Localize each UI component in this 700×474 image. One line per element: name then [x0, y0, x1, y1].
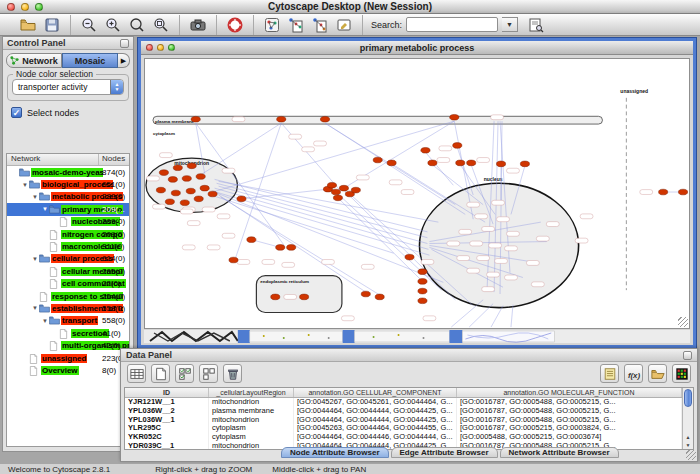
tree-row-unassigned[interactable]: unassigned223(0) — [7, 352, 129, 364]
table-row[interactable]: YPL036W__2plasma membrane[GO:0044464, GO… — [125, 407, 682, 416]
graph-node[interactable] — [271, 294, 280, 300]
graph-node[interactable] — [182, 176, 191, 182]
tab-overflow-arrow[interactable]: ▶ — [118, 53, 130, 68]
deselect-all-icon[interactable] — [199, 364, 218, 383]
graph-node[interactable] — [375, 294, 384, 300]
new-document-icon[interactable] — [151, 364, 170, 383]
graph-node[interactable] — [421, 147, 430, 153]
search-dropdown-arrow[interactable]: ▼ — [502, 17, 518, 32]
column-header-region[interactable]: _cellularLayoutRegion — [209, 388, 294, 397]
graph-node[interactable] — [200, 185, 209, 191]
tree-expand-arrow[interactable]: ▼ — [31, 305, 39, 311]
graph-node[interactable] — [159, 170, 168, 176]
tree-row-biological-process[interactable]: ▼biological_process651(0) — [7, 178, 129, 190]
notes-icon[interactable] — [600, 364, 619, 383]
tree-row-overview[interactable]: Overview8(0) — [7, 364, 129, 376]
graph-node[interactable] — [333, 195, 342, 201]
graph-node[interactable] — [456, 160, 465, 166]
network-overview-icon[interactable] — [263, 16, 281, 34]
tab-edge-attribute-browser[interactable]: Edge Attribute Browser — [391, 447, 498, 458]
table-row[interactable]: YPL036W__1mitochondrion[GO:0044464, GO:0… — [125, 416, 682, 425]
delete-icon[interactable] — [223, 364, 242, 383]
canvas-resize-grip[interactable] — [678, 317, 688, 327]
graph-node[interactable] — [187, 163, 196, 169]
graph-node[interactable] — [196, 174, 205, 180]
float-panel-icon[interactable] — [120, 39, 129, 48]
graph-node[interactable] — [418, 298, 427, 304]
open-folder-icon[interactable] — [648, 364, 667, 383]
graph-node[interactable] — [171, 190, 180, 196]
search-advanced-icon[interactable] — [527, 16, 545, 34]
import-network-icon[interactable] — [287, 16, 305, 34]
network-view-titlebar[interactable]: primary metabolic process — [141, 41, 693, 55]
help-icon[interactable] — [226, 16, 244, 34]
tab-node-attribute-browser[interactable]: Node Attribute Browser — [281, 447, 389, 458]
tree-row-nitrogen-compo[interactable]: nitrogen compo209(0) — [7, 228, 129, 240]
graph-node[interactable] — [373, 157, 382, 163]
tree-expand-arrow[interactable]: ▼ — [41, 318, 49, 324]
tree-row-cellular-metabol[interactable]: cellular metabol209(0) — [7, 265, 129, 277]
function-icon[interactable]: f(x) — [624, 364, 643, 383]
graph-node[interactable] — [180, 200, 189, 206]
column-header-cellular-component[interactable]: annotation.GO CELLULAR_COMPONENT — [294, 388, 457, 397]
graph-node[interactable] — [237, 196, 246, 202]
table-row[interactable]: YLR295Ccytoplasm[GO:0045263, GO:0044464,… — [125, 424, 682, 433]
table-scrollbar[interactable]: ▲▼ — [682, 388, 693, 449]
graph-node[interactable] — [287, 245, 296, 251]
graph-node[interactable] — [659, 189, 668, 195]
table-row[interactable]: YJR121W__1mitochondrion[GO:0045267, GO:0… — [125, 398, 682, 407]
tree-row-secretion[interactable]: secretion41(0) — [7, 327, 129, 339]
graph-node[interactable] — [520, 161, 529, 167]
graph-node[interactable] — [496, 161, 505, 167]
tree-row-response-to-stimul[interactable]: response to stimul264(0) — [7, 290, 129, 302]
graph-node[interactable] — [351, 187, 360, 193]
graph-node[interactable] — [450, 114, 459, 120]
tree-row-cell-communicat[interactable]: cell communicat22(0) — [7, 278, 129, 290]
select-nodes-checkbox[interactable]: ✓ — [11, 107, 22, 118]
open-icon[interactable] — [19, 16, 37, 34]
graph-node[interactable] — [453, 143, 462, 149]
annotation-icon[interactable] — [335, 16, 353, 34]
zoom-selected-icon[interactable] — [128, 16, 146, 34]
graph-node[interactable] — [339, 185, 348, 191]
graph-node[interactable] — [194, 196, 203, 202]
graph-node[interactable] — [173, 165, 182, 171]
tree-expand-arrow[interactable]: ▼ — [21, 182, 29, 188]
graph-node[interactable] — [229, 257, 238, 263]
graph-node[interactable] — [320, 116, 329, 122]
tree-row-cellular-process[interactable]: ▼cellular process614(0) — [7, 253, 129, 265]
column-header-id[interactable]: ID — [125, 388, 209, 397]
tree-row-metabolic-process[interactable]: ▼metabolic process280(0) — [7, 191, 129, 203]
select-all-icon[interactable] — [175, 364, 194, 383]
tab-mosaic[interactable]: Mosaic — [62, 53, 118, 68]
snapshot-icon[interactable] — [189, 16, 207, 34]
graph-node[interactable] — [331, 189, 340, 195]
zoom-out-icon[interactable] — [80, 16, 98, 34]
tree-row-nucleobase-[interactable]: nucleobase-209(0) — [7, 216, 129, 228]
tree-row-establishment-of-lo[interactable]: ▼establishment of lo558(0) — [7, 302, 129, 314]
graph-node[interactable] — [300, 294, 309, 300]
graph-node[interactable] — [467, 160, 476, 166]
graph-node[interactable] — [678, 189, 687, 195]
search-input[interactable] — [406, 17, 498, 32]
tab-network[interactable]: Network — [6, 53, 62, 68]
tree-expand-arrow[interactable]: ▼ — [31, 256, 39, 262]
zoom-in-icon[interactable] — [104, 16, 122, 34]
tree-row-transport[interactable]: ▼transport558(0) — [7, 315, 129, 327]
node-color-dropdown[interactable]: transporter activity ▲▼ — [12, 79, 124, 95]
heatmap-icon[interactable] — [672, 364, 691, 383]
tree-row-macromolecule[interactable]: macromolecule311(0) — [7, 240, 129, 252]
data-panel-float-icon[interactable] — [683, 351, 692, 360]
graph-node[interactable] — [165, 199, 174, 205]
tree-expand-arrow[interactable]: ▼ — [31, 194, 39, 200]
network-canvas[interactable]: plasma membrane cytoplasm mitochondrion … — [144, 58, 690, 329]
tree-expand-arrow[interactable]: ▼ — [41, 206, 49, 212]
data-panel-resize-grip[interactable] — [686, 450, 696, 460]
graph-node[interactable] — [327, 182, 336, 188]
graph-node[interactable] — [191, 116, 200, 122]
graph-node[interactable] — [208, 191, 217, 197]
column-header-molecular-function[interactable]: annotation.GO MOLECULAR_FUNCTION — [457, 388, 682, 397]
graph-node[interactable] — [387, 160, 396, 166]
table-row[interactable]: YKR052Ccytoplasm[GO:0044464, GO:0044446,… — [125, 433, 682, 442]
graph-node[interactable] — [276, 245, 285, 251]
